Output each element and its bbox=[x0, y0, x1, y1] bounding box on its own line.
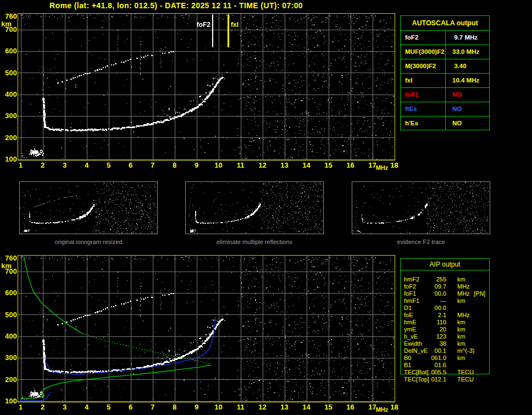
aip-row-ewidth: Ewidth38km bbox=[400, 340, 490, 347]
x-tick-top-10: 10 bbox=[212, 162, 225, 169]
aip-param-unit: MHz bbox=[457, 290, 470, 297]
autoscala-table: AUTOSCALA output foF2 9.7 MHzMUF(3000)F2… bbox=[400, 15, 490, 130]
thumbnail-original-canvas bbox=[20, 182, 157, 234]
aip-param-value: 2.1 bbox=[415, 312, 446, 319]
thumbnail-caption-original: original ionogram resized bbox=[19, 239, 158, 245]
aip-row-d1: D100.0 bbox=[400, 305, 490, 312]
x-tick-top-2: 2 bbox=[36, 162, 49, 169]
aip-row-hmf2: hmF2255km bbox=[400, 276, 490, 283]
x-tick-top-16: 16 bbox=[344, 162, 357, 169]
x-tick-bottom-1: 1 bbox=[14, 403, 27, 411]
autoscala-app-window: Rome (lat: +41.8, lon: 012.5) - DATE: 20… bbox=[0, 0, 532, 415]
aip-param-unit: TECU bbox=[457, 376, 474, 383]
autoscala-param-label: foF2 bbox=[401, 31, 446, 45]
x-tick-top-11: 11 bbox=[234, 162, 247, 169]
aip-param-value: 255 bbox=[415, 276, 446, 283]
x-tick-top-5: 5 bbox=[102, 162, 115, 169]
aip-param-value: 38 bbox=[415, 340, 446, 347]
x-tick-top-15: 15 bbox=[322, 162, 335, 169]
y-axis-unit-top: km bbox=[0, 20, 12, 27]
autoscala-param-label: MUF(3000)F2 bbox=[401, 45, 446, 59]
autoscala-row-muf3000f2: MUF(3000)F233.0 MHz bbox=[401, 45, 489, 59]
aip-param-value: --- bbox=[415, 297, 446, 305]
aip-param-unit: km bbox=[457, 333, 465, 340]
aip-row-yme: ymE20km bbox=[400, 326, 490, 333]
aip-table-title: AIP output bbox=[400, 261, 490, 268]
x-tick-top-1: 1 bbox=[14, 162, 27, 169]
aip-param-value: 00.0 bbox=[415, 305, 446, 312]
autoscaled-ionogram-canvas bbox=[18, 14, 395, 160]
page-title: Rome (lat: +41.8, lon: 012.5) - DATE: 20… bbox=[49, 1, 303, 10]
autoscaled-ionogram-plot bbox=[18, 13, 395, 161]
x-tick-top-13: 13 bbox=[278, 162, 291, 169]
aip-param-label: foE bbox=[404, 312, 413, 319]
x-tick-bottom-13: 13 bbox=[278, 403, 291, 411]
fxi-frequency-marker-line bbox=[228, 14, 229, 47]
aip-param-value: 012.1 bbox=[415, 376, 446, 383]
aip-param-value: 110 bbox=[415, 319, 446, 326]
autoscala-param-value: NO bbox=[446, 88, 489, 102]
autoscala-param-label: fxI bbox=[401, 74, 446, 87]
autoscala-param-label: foF1 bbox=[401, 88, 446, 102]
aip-row-foe: foE2.1MHz bbox=[400, 312, 490, 319]
autoscala-param-value: NO bbox=[446, 102, 489, 116]
aip-ionogram-canvas bbox=[18, 256, 395, 402]
aip-param-label: foF2 bbox=[404, 283, 416, 290]
y-tick-bottom-760: 760 bbox=[1, 254, 17, 262]
aip-param-value: 01.6 bbox=[415, 362, 446, 369]
aip-row-fof1: foF100.0MHz[PN] bbox=[400, 290, 490, 297]
autoscala-param-value: 3.40 bbox=[446, 59, 489, 73]
aip-row-fof2: foF209.7MHz bbox=[400, 283, 490, 290]
autoscala-row-fof1: foF1NO bbox=[401, 88, 489, 102]
fof2-frequency-marker-line bbox=[212, 14, 213, 47]
aip-param-unit: m^(-3) bbox=[457, 347, 474, 355]
autoscala-param-value: 9.7 MHz bbox=[446, 31, 489, 45]
autoscala-param-value: 10.4 MHz bbox=[446, 74, 489, 87]
aip-param-value: 005.5 bbox=[415, 369, 446, 376]
y-tick-top-200: 200 bbox=[1, 134, 17, 141]
aip-param-unit: MHz bbox=[457, 312, 470, 319]
x-axis-unit-top: MHz bbox=[374, 165, 390, 171]
autoscala-param-label: ftEs bbox=[401, 102, 446, 116]
x-tick-bottom-14: 14 bbox=[300, 403, 313, 411]
x-tick-bottom-4: 4 bbox=[80, 403, 93, 411]
marker-label-fxI: fxI bbox=[231, 21, 239, 29]
x-tick-bottom-16: 16 bbox=[344, 403, 357, 411]
x-tick-top-6: 6 bbox=[124, 162, 137, 169]
autoscala-table-title: AUTOSCALA output bbox=[401, 16, 489, 31]
autoscala-row-hes: h'EsNO bbox=[401, 117, 489, 130]
aip-param-unit: km bbox=[457, 355, 465, 362]
autoscala-row-fof2: foF2 9.7 MHz bbox=[401, 31, 489, 45]
x-tick-top-3: 3 bbox=[58, 162, 71, 169]
x-tick-bottom-15: 15 bbox=[322, 403, 335, 411]
y-axis-unit-bottom: km bbox=[0, 262, 12, 269]
y-tick-top-760: 760 bbox=[1, 13, 17, 20]
aip-param-label: B0 bbox=[404, 355, 411, 362]
y-tick-top-400: 400 bbox=[1, 91, 17, 98]
y-tick-bottom-200: 200 bbox=[1, 376, 17, 383]
y-tick-bottom-500: 500 bbox=[1, 311, 17, 318]
thumbnail-eliminate-reflections bbox=[185, 181, 324, 234]
aip-row-hme: hmE110km bbox=[400, 319, 490, 326]
aip-row-hmf1: hmF1---km bbox=[400, 297, 490, 305]
aip-param-unit: MHz bbox=[457, 283, 470, 290]
thumbnail-caption-eliminate: eliminate multiple reflections bbox=[185, 239, 324, 245]
x-tick-bottom-5: 5 bbox=[102, 403, 115, 411]
y-tick-bottom-600: 600 bbox=[1, 289, 17, 296]
aip-param-label: foF1 bbox=[404, 290, 416, 297]
thumbnail-evidence-f2 bbox=[352, 181, 490, 234]
aip-table: AIP output hmF2255kmfoF209.7MHzfoF100.0M… bbox=[400, 258, 490, 374]
aip-param-value: 00.1 bbox=[415, 347, 446, 355]
aip-param-value: 00.0 bbox=[415, 290, 446, 297]
x-tick-top-14: 14 bbox=[300, 162, 313, 169]
aip-param-label: hmE bbox=[404, 319, 417, 326]
x-tick-top-7: 7 bbox=[146, 162, 159, 169]
aip-param-value: 123 bbox=[415, 333, 446, 340]
marker-label-foF2: foF2 bbox=[192, 21, 210, 29]
aip-param-label: D1 bbox=[404, 305, 412, 312]
aip-param-value: 09.7 bbox=[415, 283, 446, 290]
y-tick-top-300: 300 bbox=[1, 112, 17, 119]
aip-param-value: 20 bbox=[415, 326, 446, 333]
aip-param-unit: km bbox=[457, 276, 465, 283]
autoscala-row-m3000f2: M(3000)F2 3.40 bbox=[401, 59, 489, 74]
